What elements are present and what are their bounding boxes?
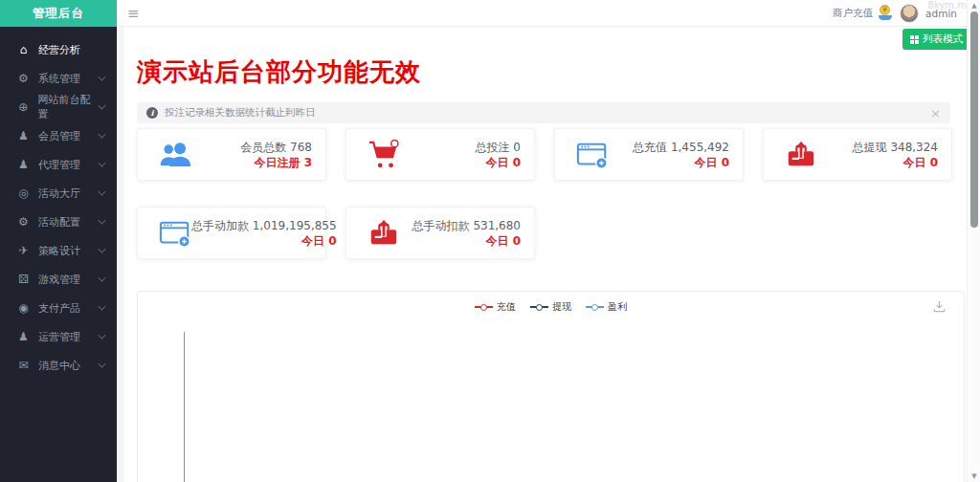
demo-warning-title: 演示站后台部分功能无效 <box>137 55 421 89</box>
sidebar-item-activity-hall[interactable]: ◎ 活动大厅 <box>0 179 117 208</box>
sidebar-item-message-center[interactable]: ✉ 消息中心 <box>0 351 117 380</box>
legend-item-recharge[interactable]: 充值 <box>475 300 516 314</box>
sidebar-item-label: 策略设计 <box>38 244 80 258</box>
watermark-text: 8kym.m <box>928 0 967 11</box>
card-value: 1,019,195,855 <box>253 219 337 232</box>
sidebar-item-business-analysis[interactable]: ⌂ 经营分析 <box>0 35 117 64</box>
stat-card-total-recharge: 总充值 1,455,492 今日 0 <box>554 128 744 181</box>
chevron-down-icon <box>99 160 106 167</box>
sidebar-item-member-management[interactable]: ♟ 会员管理 <box>0 121 117 150</box>
chart-panel: 充值 提现 盈利 <box>137 291 965 482</box>
stat-card-total-bets: 总投注 0 今日 0 <box>345 128 535 181</box>
card-sub-label: 今日 <box>301 234 324 248</box>
sidebar-item-label: 系统管理 <box>38 72 80 86</box>
scroll-down-icon[interactable]: ▼ <box>968 472 980 480</box>
scroll-up-icon[interactable]: ▲ <box>968 2 980 10</box>
card-sub-value: 0 <box>328 234 336 248</box>
activity-config-icon: ⚙ <box>16 215 31 229</box>
agent-icon: ♟ <box>16 158 31 171</box>
message-icon: ✉ <box>16 359 31 372</box>
sidebar-item-game-management[interactable]: ⚄ 游戏管理 <box>0 265 117 294</box>
stat-card-members: 会员总数 768 今日注册 3 <box>137 128 326 181</box>
list-mode-button[interactable]: 列表模式 <box>902 29 970 50</box>
chevron-down-icon <box>99 274 106 282</box>
hamburger-menu-icon[interactable]: ≡ <box>127 5 140 22</box>
dashboard-icon: ⌂ <box>16 43 31 56</box>
legend-label: 盈利 <box>608 300 627 314</box>
sidebar-item-agent-management[interactable]: ♟ 代理管理 <box>0 150 117 179</box>
app-logo: 管理后台 <box>0 0 117 27</box>
card-sub-value: 0 <box>722 156 729 169</box>
legend-item-withdrawal[interactable]: 提现 <box>530 300 571 314</box>
cart-icon <box>368 139 400 171</box>
card-title: 总提现 <box>853 141 887 154</box>
chevron-down-icon <box>99 361 106 368</box>
close-icon[interactable]: × <box>930 107 941 120</box>
sidebar-item-payment-products[interactable]: ◉ 支付产品 <box>0 294 117 322</box>
chevron-down-icon <box>99 303 106 311</box>
legend-item-profit[interactable]: 盈利 <box>586 300 627 314</box>
sidebar-item-operations-management[interactable]: ♟ 运营管理 <box>0 322 117 351</box>
line-marker-icon <box>530 306 548 308</box>
merchant-recharge-link[interactable]: 商户充值 ¥ <box>833 5 893 22</box>
sidebar-item-activity-config[interactable]: ⚙ 活动配置 <box>0 208 117 236</box>
download-image-icon[interactable] <box>932 299 947 318</box>
card-sub-value: 0 <box>513 156 521 169</box>
chevron-down-icon <box>99 188 106 196</box>
strategy-icon: ✈ <box>16 244 31 257</box>
member-icon: ♟ <box>16 129 31 142</box>
card-sub-value: 3 <box>304 156 312 169</box>
chevron-down-icon <box>99 131 106 139</box>
card-sub-label: 今日 <box>485 234 508 248</box>
list-mode-label: 列表模式 <box>923 33 963 46</box>
card-value: 348,324 <box>890 141 938 154</box>
briefcase-up-icon <box>368 217 400 250</box>
chart-legend: 充值 提现 盈利 <box>138 300 964 314</box>
merchant-recharge-label: 商户充值 <box>833 7 873 20</box>
card-title: 总投注 <box>476 141 510 154</box>
window-add-icon <box>576 139 609 171</box>
briefcase-up-icon <box>785 139 817 171</box>
sidebar-item-label: 支付产品 <box>38 301 80 316</box>
card-sub-value: 0 <box>930 156 938 169</box>
sidebar-item-label: 代理管理 <box>38 158 80 172</box>
chevron-down-icon <box>99 332 106 340</box>
sidebar-item-label: 运营管理 <box>38 330 80 344</box>
game-icon: ⚄ <box>16 273 31 286</box>
sidebar-item-label: 经营分析 <box>38 43 80 57</box>
card-title: 会员总数 <box>240 141 286 154</box>
window-add-icon <box>159 217 191 250</box>
card-title: 总手动加款 <box>191 219 249 232</box>
card-sub-label: 今日 <box>694 156 717 169</box>
notice-bar: i 投注记录相关数据统计截止到昨日 × <box>137 102 950 123</box>
avatar[interactable] <box>900 4 919 23</box>
chevron-down-icon <box>99 217 106 225</box>
card-title: 总充值 <box>633 141 667 154</box>
chevron-down-icon <box>99 102 106 110</box>
line-marker-icon <box>586 306 604 308</box>
top-bar: ≡ 商户充值 ¥ admin <box>117 0 980 27</box>
sidebar-item-label: 网站前台配置 <box>37 93 99 121</box>
scrollbar[interactable]: ▲ ▼ <box>967 0 980 482</box>
line-marker-icon <box>475 306 493 308</box>
notice-text: 投注记录相关数据统计截止到昨日 <box>165 106 316 120</box>
info-icon: i <box>146 107 158 119</box>
main-content: 列表模式 演示站后台部分功能无效 i 投注记录相关数据统计截止到昨日 × 会员总… <box>117 27 980 482</box>
sidebar-item-system-management[interactable]: ⚙ 系统管理 <box>0 64 117 93</box>
card-sub-label: 今日 <box>902 156 925 169</box>
sidebar-item-strategy-design[interactable]: ✈ 策略设计 <box>0 236 117 265</box>
activity-hall-icon: ◎ <box>16 186 31 200</box>
stat-card-total-withdrawal: 总提现 348,324 今日 0 <box>763 128 952 181</box>
globe-icon: ⊕ <box>16 100 30 114</box>
chart-y-axis <box>184 332 185 482</box>
card-title: 总手动扣款 <box>412 219 470 232</box>
coin-hand-icon: ¥ <box>878 5 893 22</box>
gear-icon: ⚙ <box>16 72 31 85</box>
legend-label: 充值 <box>497 300 516 314</box>
card-sub-label: 今日 <box>485 156 508 169</box>
chevron-down-icon <box>99 246 106 253</box>
sidebar-item-label: 活动大厅 <box>38 186 80 201</box>
scrollbar-thumb[interactable] <box>970 11 978 228</box>
sidebar-item-site-frontend-config[interactable]: ⊕ 网站前台配置 <box>0 93 117 121</box>
sidebar-menu: ⌂ 经营分析 ⚙ 系统管理 ⊕ 网站前台配置 ♟ 会员管理 ♟ 代理管理 ◎ 活… <box>0 27 117 380</box>
